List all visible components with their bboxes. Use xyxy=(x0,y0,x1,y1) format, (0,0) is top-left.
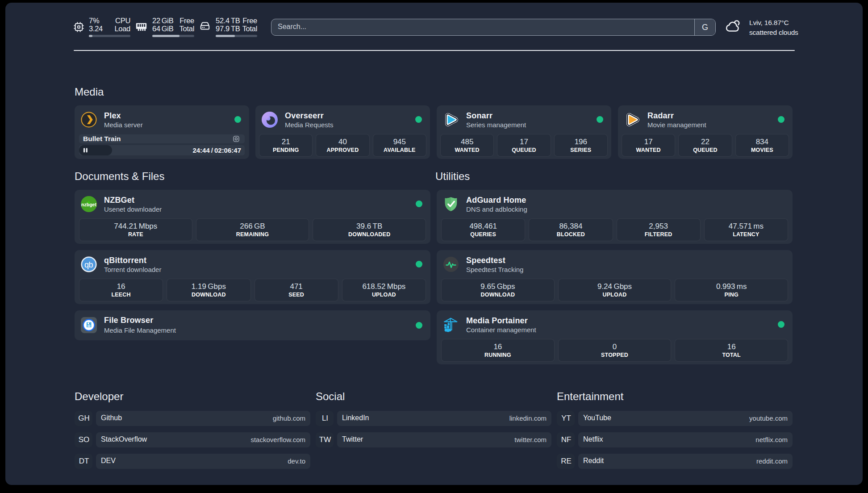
svg-text:qb: qb xyxy=(84,260,93,269)
svg-text:nzbget: nzbget xyxy=(81,202,96,207)
